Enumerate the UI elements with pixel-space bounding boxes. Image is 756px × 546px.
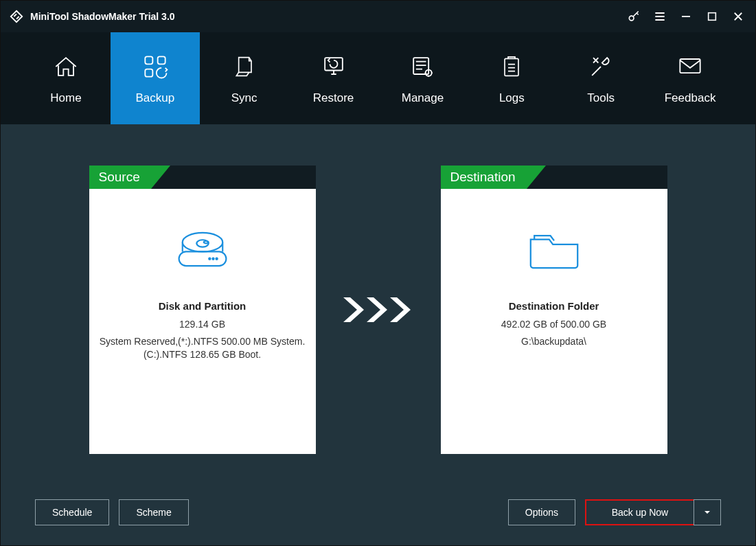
folder-icon xyxy=(523,225,585,274)
tab-label: Sync xyxy=(231,91,257,105)
tab-label: Home xyxy=(50,91,81,105)
tab-backup[interactable]: Backup xyxy=(111,32,200,124)
app-logo-icon xyxy=(9,9,24,24)
tab-label: Logs xyxy=(499,91,525,105)
source-card[interactable]: Source Disk a xyxy=(89,166,316,454)
maximize-button[interactable] xyxy=(699,3,725,30)
tab-restore[interactable]: Restore xyxy=(289,32,378,124)
tab-label: Tools xyxy=(587,91,615,105)
source-title: Disk and Partition xyxy=(159,300,247,312)
source-detail: System Reserved,(*:).NTFS 500.00 MB Syst… xyxy=(98,335,308,361)
home-icon xyxy=(51,52,81,82)
svg-rect-8 xyxy=(505,58,518,76)
svg-point-0 xyxy=(629,16,634,21)
source-header: Source xyxy=(89,166,151,189)
app-window: MiniTool ShadowMaker Trial 3.0 xyxy=(0,0,756,546)
backup-button-group: Back up Now xyxy=(585,499,721,525)
menu-icon[interactable] xyxy=(647,3,673,30)
titlebar: MiniTool ShadowMaker Trial 3.0 xyxy=(1,1,755,32)
source-size: 129.14 GB xyxy=(179,319,225,330)
tools-icon xyxy=(586,52,616,82)
tab-feedback[interactable]: Feedback xyxy=(645,32,735,124)
minimize-button[interactable] xyxy=(673,3,699,30)
svg-rect-1 xyxy=(709,13,716,21)
destination-card[interactable]: Destination Destination Folder 492.02 GB… xyxy=(441,166,667,454)
destination-header: Destination xyxy=(441,166,527,189)
backup-icon xyxy=(140,52,170,82)
backup-dropdown-button[interactable] xyxy=(694,499,721,525)
tab-label: Feedback xyxy=(665,91,716,105)
tab-home[interactable]: Home xyxy=(21,32,111,124)
restore-icon xyxy=(319,52,349,82)
destination-size: 492.02 GB of 500.00 GB xyxy=(501,319,606,330)
svg-point-12 xyxy=(209,258,210,260)
svg-rect-9 xyxy=(680,59,700,73)
backup-now-button[interactable]: Back up Now xyxy=(585,499,694,525)
app-title: MiniTool ShadowMaker Trial 3.0 xyxy=(30,11,175,22)
tab-sync[interactable]: Sync xyxy=(200,32,289,124)
main-nav: Home Backup Sync xyxy=(1,32,755,124)
svg-point-13 xyxy=(212,258,214,260)
cards-row: Source Disk a xyxy=(1,124,755,479)
tab-logs[interactable]: Logs xyxy=(467,32,556,124)
content-area: Source Disk a xyxy=(1,124,755,545)
options-button[interactable]: Options xyxy=(508,499,575,525)
svg-rect-3 xyxy=(157,56,165,64)
disk-icon xyxy=(173,225,232,274)
sync-icon xyxy=(229,52,260,82)
destination-title: Destination Folder xyxy=(509,300,599,312)
key-icon[interactable] xyxy=(621,3,647,30)
manage-icon xyxy=(407,52,437,82)
svg-rect-2 xyxy=(145,56,152,64)
svg-point-14 xyxy=(216,258,217,260)
schedule-button[interactable]: Schedule xyxy=(35,499,109,525)
transfer-arrows-icon xyxy=(341,166,416,454)
tab-tools[interactable]: Tools xyxy=(556,32,645,124)
destination-detail: G:\backupdata\ xyxy=(521,335,586,348)
footer-bar: Schedule Scheme Options Back up Now xyxy=(1,479,755,545)
destination-body: Destination Folder 492.02 GB of 500.00 G… xyxy=(441,189,667,454)
scheme-button[interactable]: Scheme xyxy=(119,499,188,525)
tab-label: Restore xyxy=(313,91,354,105)
tab-manage[interactable]: Manage xyxy=(378,32,468,124)
svg-point-11 xyxy=(182,233,222,252)
feedback-icon xyxy=(675,52,705,82)
svg-rect-4 xyxy=(145,69,152,77)
logs-icon xyxy=(496,52,527,82)
tab-label: Manage xyxy=(402,91,444,105)
source-body: Disk and Partition 129.14 GB System Rese… xyxy=(89,189,316,454)
tab-label: Backup xyxy=(135,91,174,105)
close-button[interactable] xyxy=(725,3,751,30)
svg-rect-10 xyxy=(179,251,226,266)
